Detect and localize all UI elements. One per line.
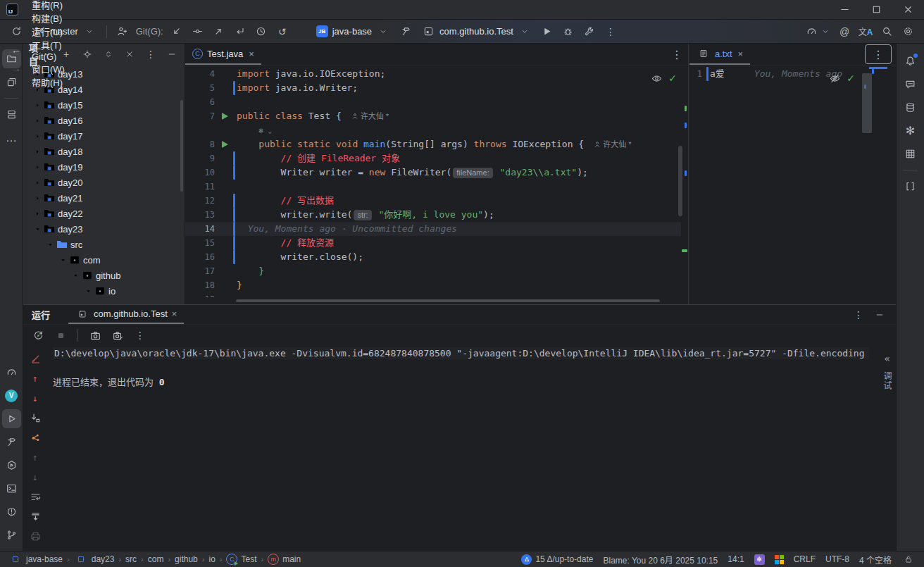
indent-style[interactable]: 4 个空格 [859, 554, 892, 566]
gradle-tool-icon[interactable]: ✻ [901, 121, 920, 140]
tree-item-io[interactable]: io [23, 283, 185, 299]
rerun-icon[interactable] [29, 326, 47, 344]
debug-vertical-label[interactable]: 调试 [881, 371, 893, 391]
tree-item-day17[interactable]: day17 [23, 128, 185, 144]
line-separator[interactable]: CRLF [794, 554, 816, 564]
menu-b[interactable]: 构建(B) [25, 11, 71, 25]
breadcrumb-main[interactable]: mmain [268, 554, 301, 565]
mentions-icon[interactable]: @ [835, 23, 854, 41]
project-widget[interactable]: JB java-base [311, 23, 395, 41]
code-editor[interactable]: 1 a爱You, Moments ago [689, 67, 889, 297]
chevron-down-icon[interactable] [57, 256, 68, 264]
tree-item-day21[interactable]: day21 [23, 190, 185, 206]
chevron-right-icon[interactable] [32, 179, 43, 187]
intellij-logo[interactable]: IJ [6, 4, 18, 15]
commit-icon[interactable] [189, 23, 207, 41]
blame-widget[interactable]: Blame: You 20 6月 2025 10:15 [603, 554, 718, 566]
chevron-right-icon[interactable] [32, 101, 43, 109]
run-gutter-icon[interactable] [222, 113, 228, 120]
services-tool-icon[interactable] [2, 456, 21, 475]
version-control-tool-icon[interactable] [2, 525, 21, 544]
chevron-down-icon[interactable] [70, 272, 81, 280]
horizontal-scrollbar[interactable] [236, 299, 660, 302]
visualvm-graph-icon[interactable] [28, 430, 42, 444]
menu-h[interactable]: 帮助(H) [25, 75, 71, 89]
profile-button[interactable] [580, 23, 599, 41]
jump-to-bottom-icon[interactable]: ↓ [28, 391, 42, 405]
code-editor[interactable]: 4import java.io.IOException;5import java… [185, 67, 681, 297]
revert-icon[interactable] [231, 23, 249, 41]
run-config-widget[interactable]: com.github.io.Test [416, 23, 537, 41]
code-vision-icon[interactable]: ✻ ⌄ [258, 126, 272, 135]
collapse-all-icon[interactable] [120, 45, 139, 63]
eye-icon[interactable] [649, 71, 663, 85]
run-gutter-icon[interactable] [222, 141, 228, 148]
build-button[interactable] [397, 23, 415, 41]
menu-r[interactable]: 重构(R) [25, 0, 71, 11]
breadcrumb-github[interactable]: github [175, 554, 198, 564]
structure-brackets-icon[interactable] [901, 177, 920, 196]
locate-file-icon[interactable] [78, 45, 96, 63]
database-tool-icon[interactable] [901, 98, 920, 117]
chevron-down-icon[interactable] [32, 225, 43, 233]
debug-button[interactable] [559, 23, 578, 41]
breadcrumb-Test[interactable]: CTest [226, 554, 256, 565]
run-panel-title[interactable]: 运行 [23, 308, 58, 321]
eye-off-icon[interactable] [828, 71, 842, 85]
screenshot-icon[interactable] [86, 326, 104, 344]
next-occurrence-icon[interactable]: ↓ [28, 470, 42, 484]
stop-icon[interactable] [51, 326, 70, 344]
tree-item-github[interactable]: github [23, 268, 185, 283]
chevron-down-icon[interactable] [82, 287, 94, 295]
annotate-user-icon[interactable] [113, 23, 132, 41]
collapse-icon[interactable]: « [885, 353, 890, 364]
inspections-ok-icon[interactable]: ✓ [847, 73, 855, 84]
hide-panel-icon[interactable] [870, 306, 889, 324]
print-icon[interactable] [28, 529, 42, 543]
build-tool-icon[interactable] [2, 432, 21, 451]
notifications-icon[interactable] [901, 51, 920, 70]
hide-panel-icon[interactable] [163, 45, 181, 63]
maximize-button[interactable] [861, 0, 892, 19]
update-project-icon[interactable] [168, 23, 186, 41]
screen-record-icon[interactable] [108, 326, 127, 344]
scroll-to-end-icon[interactable] [28, 509, 42, 523]
back-icon[interactable]: ← [7, 41, 25, 59]
tab-a-txt[interactable]: a.txt × [689, 44, 750, 65]
structure-tool-icon[interactable] [2, 105, 21, 124]
breadcrumb-com[interactable]: com [148, 554, 164, 564]
run-tool-icon[interactable] [2, 409, 21, 428]
more-icon[interactable]: ⋮ [865, 44, 892, 64]
run-tab[interactable]: com.github.io.Test × [68, 305, 184, 324]
translation-plugin-icon[interactable]: ✻ [754, 554, 765, 565]
more-icon[interactable]: ⋮ [142, 45, 160, 63]
tree-item-day23[interactable]: day23 [23, 221, 185, 237]
close-icon[interactable]: × [172, 309, 177, 319]
tree-item-day22[interactable]: day22 [23, 206, 185, 221]
more-icon[interactable]: ⋮ [131, 326, 149, 344]
jump-to-top-icon[interactable]: ↑ [28, 371, 42, 385]
caret-position[interactable]: 14:1 [728, 554, 744, 564]
breadcrumb-day23[interactable]: day23 [74, 552, 115, 566]
tree-item-day19[interactable]: day19 [23, 159, 185, 175]
git-status-widget[interactable]: Δ15 Δ/up-to-date [521, 554, 593, 565]
close-button[interactable] [892, 0, 924, 19]
terminal-tool-icon[interactable] [2, 479, 21, 498]
chevron-right-icon[interactable] [32, 117, 43, 125]
breadcrumb-java-base[interactable]: java-base [8, 552, 63, 566]
close-icon[interactable]: × [249, 49, 254, 59]
console[interactable]: ↑↓↑↓› D:\develop\java\oracle\jdk-17\bin\… [23, 346, 896, 551]
chevron-right-icon[interactable] [32, 210, 43, 218]
push-icon[interactable] [210, 23, 228, 41]
tab-test-java[interactable]: C Test.java × [185, 44, 261, 65]
file-encoding[interactable]: UTF-8 [825, 554, 849, 564]
menu-gitg[interactable]: Git(G) [25, 51, 71, 62]
menu-w[interactable]: 窗口(W) [25, 62, 71, 75]
vertical-scrollbar[interactable] [862, 73, 872, 133]
visualvm-tool-icon[interactable]: V [2, 386, 21, 405]
inspections-ok-icon[interactable]: ✓ [668, 73, 677, 84]
sync-icon[interactable] [7, 23, 25, 41]
translation-tool-icon[interactable] [901, 144, 920, 163]
close-icon[interactable]: × [738, 49, 744, 59]
prev-occurrence-icon[interactable]: ↑ [28, 450, 42, 464]
